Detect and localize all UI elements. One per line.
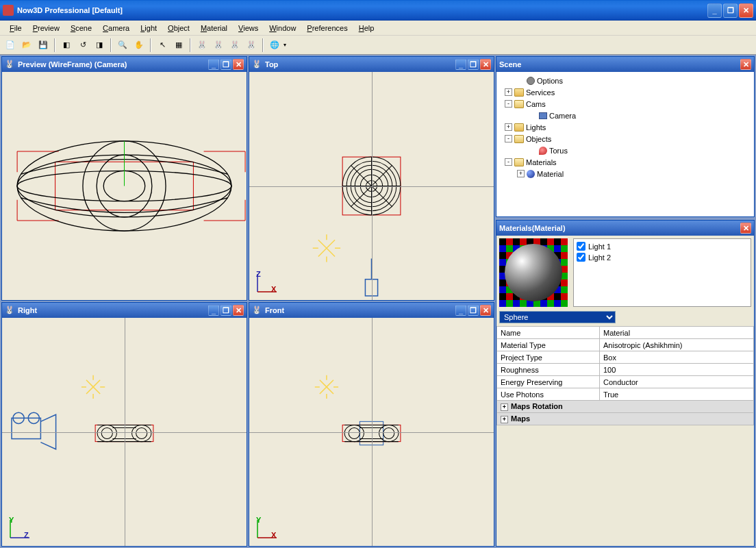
prop-group[interactable]: +Maps bbox=[497, 413, 754, 425]
tool-pan-button[interactable]: ✋ bbox=[131, 38, 147, 53]
front-canvas[interactable]: Y X bbox=[249, 318, 494, 546]
prop-row[interactable]: Energy PreservingConductor bbox=[497, 376, 754, 388]
tree-node-lights[interactable]: +Lights bbox=[499, 121, 751, 133]
window-minimize-button[interactable]: _ bbox=[707, 3, 722, 18]
grid-vertical bbox=[125, 318, 125, 546]
prop-value[interactable]: Anisotropic (Ashikhmin) bbox=[600, 339, 754, 351]
rabbit-icon: 🐰 bbox=[5, 306, 14, 315]
tree-node-options[interactable]: Options bbox=[499, 75, 751, 86]
tree-expander[interactable]: + bbox=[505, 88, 512, 96]
subwin-close-button[interactable]: ✕ bbox=[233, 305, 244, 316]
light-checkbox-light2[interactable]: Light 2 bbox=[577, 253, 748, 262]
tool-grid-button[interactable]: ▦ bbox=[171, 38, 186, 53]
top-canvas[interactable]: Z X bbox=[249, 72, 494, 300]
menu-views[interactable]: Views bbox=[233, 23, 264, 34]
prop-value[interactable]: Material bbox=[600, 327, 754, 339]
subwin-close-button[interactable]: ✕ bbox=[480, 305, 491, 316]
tool-rabbit2-button[interactable]: 🐰 bbox=[211, 38, 226, 53]
window-close-button[interactable]: ✕ bbox=[739, 3, 753, 18]
tree-node-torus[interactable]: Torus bbox=[499, 145, 751, 156]
tool-undo-button[interactable]: ↺ bbox=[75, 38, 90, 53]
subwin-maximize-button[interactable]: ❐ bbox=[220, 305, 231, 316]
menu-scene[interactable]: Scene bbox=[65, 23, 97, 34]
material-preview-sphere bbox=[505, 244, 562, 301]
prop-row[interactable]: Roughness100 bbox=[497, 364, 754, 376]
tool-open-button[interactable]: 📂 bbox=[19, 38, 34, 53]
scene-tree[interactable]: Options+Services-CamsCamera+Lights-Objec… bbox=[496, 72, 754, 216]
menu-preview[interactable]: Preview bbox=[27, 23, 65, 34]
folder-icon bbox=[514, 88, 524, 97]
window-maximize-button[interactable]: ❐ bbox=[723, 3, 738, 18]
subwin-maximize-button[interactable]: ❐ bbox=[220, 59, 231, 70]
tree-node-materials[interactable]: -Materials bbox=[499, 156, 751, 168]
prop-row[interactable]: Use PhotonsTrue bbox=[497, 388, 754, 401]
subwin-minimize-button[interactable]: _ bbox=[455, 59, 466, 70]
tree-label: Options bbox=[537, 77, 563, 85]
folder-open-icon bbox=[514, 158, 524, 166]
menu-light[interactable]: Light bbox=[135, 23, 162, 34]
tool-rabbit4-button[interactable]: 🐰 bbox=[244, 38, 259, 53]
subwin-minimize-button[interactable]: _ bbox=[208, 59, 219, 70]
menu-object[interactable]: Object bbox=[162, 23, 195, 34]
prop-value[interactable]: 100 bbox=[600, 364, 754, 376]
subwin-maximize-button[interactable]: ❐ bbox=[468, 59, 479, 70]
menu-window[interactable]: Window bbox=[264, 23, 301, 34]
tool-ie-button[interactable]: 🌐 bbox=[267, 38, 282, 53]
tool-save-button[interactable]: 💾 bbox=[36, 38, 51, 53]
prop-value[interactable]: Conductor bbox=[600, 376, 754, 388]
prop-key: Roughness bbox=[497, 364, 600, 376]
light-checkbox-light1[interactable]: Light 1 bbox=[577, 242, 748, 251]
tool-paste-button[interactable]: ◨ bbox=[92, 38, 107, 53]
tool-zoom-button[interactable]: 🔍 bbox=[115, 38, 130, 53]
tree-expander[interactable]: - bbox=[505, 100, 512, 108]
materials-panel: Materials(Material) ✕ Light 1Light 2 Sph… bbox=[496, 220, 755, 547]
tree-label: Cams bbox=[526, 100, 546, 108]
subwin-close-button[interactable]: ✕ bbox=[233, 59, 244, 70]
tree-node-services[interactable]: +Services bbox=[499, 86, 751, 98]
prop-row[interactable]: Project TypeBox bbox=[497, 351, 754, 364]
tree-node-material[interactable]: +Material bbox=[499, 168, 751, 179]
menu-help[interactable]: Help bbox=[353, 23, 380, 34]
menu-material[interactable]: Material bbox=[195, 23, 233, 34]
axis-y-label: Y bbox=[256, 516, 261, 524]
material-lights: Light 1Light 2 bbox=[573, 238, 751, 307]
tree-expander[interactable]: - bbox=[505, 135, 512, 142]
rabbit-icon: 🐰 bbox=[5, 60, 14, 69]
subwin-maximize-button[interactable]: ❐ bbox=[468, 305, 479, 316]
menu-file[interactable]: File bbox=[4, 23, 27, 34]
tree-expander[interactable]: - bbox=[505, 158, 512, 166]
tree-label: Objects bbox=[526, 135, 551, 143]
axis-x-label: X bbox=[271, 531, 276, 539]
right-canvas[interactable]: Y Z bbox=[2, 318, 247, 546]
viewport-title: Front bbox=[265, 306, 455, 314]
svg-rect-22 bbox=[12, 418, 40, 438]
tool-new-button[interactable]: 📄 bbox=[3, 38, 18, 53]
subwin-minimize-button[interactable]: _ bbox=[455, 305, 466, 316]
prop-group[interactable]: +Maps Rotation bbox=[497, 401, 754, 413]
axis-z-label: Z bbox=[256, 270, 261, 278]
prop-value[interactable]: True bbox=[600, 388, 754, 401]
tree-expander[interactable]: + bbox=[505, 123, 512, 131]
shape-icon bbox=[539, 147, 547, 155]
tree-node-objects[interactable]: -Objects bbox=[499, 133, 751, 145]
subwin-close-button[interactable]: ✕ bbox=[740, 59, 751, 70]
menu-preferences[interactable]: Preferences bbox=[301, 23, 353, 34]
tree-expander[interactable]: + bbox=[517, 170, 525, 177]
prop-row[interactable]: NameMaterial bbox=[497, 327, 754, 339]
subwin-close-button[interactable]: ✕ bbox=[480, 59, 491, 70]
tool-rabbit1-button[interactable]: 🐰 bbox=[194, 38, 210, 53]
subwin-close-button[interactable]: ✕ bbox=[740, 223, 751, 234]
preview-canvas[interactable] bbox=[2, 72, 247, 300]
tool-pointer-button[interactable]: ↖ bbox=[155, 38, 170, 53]
tool-copy-button[interactable]: ◧ bbox=[59, 38, 74, 53]
tool-rabbit3-button[interactable]: 🐰 bbox=[227, 38, 242, 53]
tree-node-camera[interactable]: Camera bbox=[499, 110, 751, 121]
prop-value[interactable]: Box bbox=[600, 351, 754, 364]
subwin-minimize-button[interactable]: _ bbox=[208, 305, 219, 316]
preview-shape-select[interactable]: Sphere bbox=[499, 311, 616, 323]
tree-node-cams[interactable]: -Cams bbox=[499, 98, 751, 110]
menu-camera[interactable]: Camera bbox=[97, 23, 135, 34]
prop-row[interactable]: Material TypeAnisotropic (Ashikhmin) bbox=[497, 339, 754, 351]
svg-point-29 bbox=[136, 427, 147, 438]
toolbar-separator bbox=[262, 38, 264, 52]
